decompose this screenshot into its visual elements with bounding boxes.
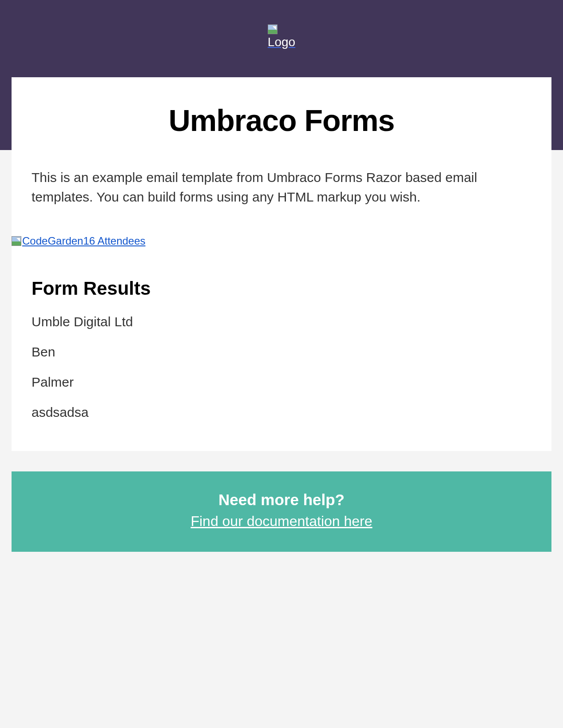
- help-box: Need more help? Find our documentation h…: [12, 471, 551, 552]
- logo-image[interactable]: Logo: [268, 24, 295, 49]
- intro-paragraph: This is an example email template from U…: [12, 138, 551, 206]
- result-item: Umble Digital Ltd: [12, 299, 551, 329]
- documentation-link[interactable]: Find our documentation here: [190, 513, 372, 530]
- result-item: asdsadsa: [12, 390, 551, 420]
- page-title: Umbraco Forms: [12, 77, 551, 138]
- attendees-image-link[interactable]: CodeGarden16 Attendees: [12, 235, 551, 248]
- result-item: Palmer: [12, 360, 551, 390]
- help-title: Need more help?: [20, 491, 543, 509]
- broken-image-icon: [268, 24, 278, 34]
- content-card: Umbraco Forms This is an example email t…: [12, 77, 551, 451]
- logo-alt-text: Logo: [268, 35, 295, 49]
- broken-image-icon: [12, 236, 21, 246]
- result-item: Ben: [12, 329, 551, 360]
- attendees-alt-text: CodeGarden16 Attendees: [22, 235, 146, 247]
- form-results-heading: Form Results: [12, 248, 551, 299]
- logo-container: Logo: [0, 0, 563, 49]
